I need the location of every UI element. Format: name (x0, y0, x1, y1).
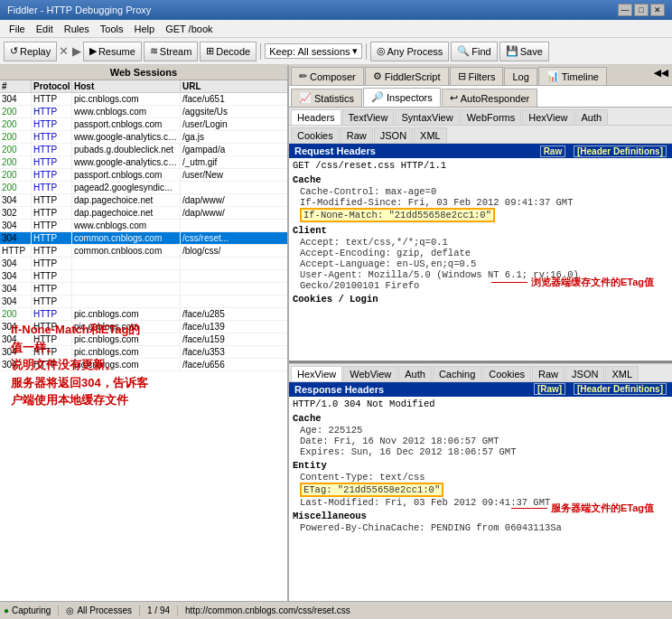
status-sep-1 (58, 605, 59, 616)
sub-tab-row-request: Headers TextView SyntaxView WebForms Hex… (289, 108, 672, 126)
sub-tab-headers[interactable]: Headers (291, 109, 341, 125)
table-row[interactable]: 304 HTTP pic.cnblogs.com /face/u159 (0, 333, 287, 346)
menu-tools[interactable]: Tools (95, 22, 129, 36)
transformer-tab-caching[interactable]: Caching (433, 366, 481, 381)
header-def-link[interactable]: [Header Definitions] (574, 145, 667, 157)
protocol-value: HTTP (33, 220, 57, 230)
tab-log[interactable]: Log (504, 68, 537, 85)
url-cell: /aggsite/Us (181, 106, 287, 117)
table-row[interactable]: 200 HTTP pagead2.googlesyndic... (0, 182, 287, 194)
menu-get-book[interactable]: GET /book (160, 22, 218, 36)
menu-help[interactable]: Help (129, 22, 161, 36)
sub-tab-json[interactable]: JSON (374, 127, 413, 143)
table-row[interactable]: 304 HTTP (0, 258, 287, 270)
transformer-tab-hexview[interactable]: HexView (291, 366, 342, 381)
host-cell: www.cnblogs.com (72, 106, 181, 117)
response-header-def-link[interactable]: [Header Definitions] (574, 383, 667, 395)
host-cell: passport.cnblogs.com (72, 118, 181, 130)
x-button[interactable]: ✕ ▶ (59, 44, 81, 58)
table-row[interactable]: 304 HTTP (0, 295, 287, 308)
collapse-button[interactable]: ◀◀ (654, 68, 668, 78)
tab-fiddlerscript[interactable]: ⚙ FiddlerScript (365, 67, 449, 85)
table-row[interactable]: 304 HTTP common.cnblogs.com /css/reset..… (0, 232, 287, 245)
stream-label: Stream (160, 46, 191, 57)
table-row[interactable]: 200 HTTP pic.cnblogs.com /face/u285 (0, 308, 287, 321)
page-count-status: 1 / 94 (147, 605, 170, 615)
menu-edit[interactable]: Edit (31, 22, 59, 36)
sub-tab-hexview[interactable]: HexView (522, 109, 574, 125)
maximize-button[interactable]: □ (634, 4, 649, 16)
transformer-tab-json[interactable]: JSON (565, 366, 604, 381)
table-row[interactable]: 304 HTTP pic.cnblogs.com /face/u656 (0, 359, 287, 371)
protocol-cell: HTTP (32, 359, 72, 370)
table-row[interactable]: 304 HTTP www.cnblogs.com (0, 220, 287, 232)
sub-tab-raw[interactable]: Raw (341, 127, 373, 143)
accept-line: Accept: text/css,*/*;q=0.1 (293, 237, 668, 248)
sub-tab-textview[interactable]: TextView (342, 109, 395, 125)
host-cell: www.cnblogs.com (72, 220, 181, 231)
etag-line: ETag: "21dd55658e2cc1:0" (293, 483, 668, 497)
menu-rules[interactable]: Rules (59, 22, 95, 36)
table-row[interactable]: 304 HTTP pic.cnblogs.com /face/u651 (0, 93, 287, 106)
protocol-cell: HTTP (32, 333, 72, 345)
decode-button[interactable]: ⊞ Decode (200, 42, 257, 61)
sub-tab-auth[interactable]: Auth (575, 109, 609, 125)
table-row[interactable]: 302 HTTP dap.pagechoice.net /dap/www/ (0, 207, 287, 220)
any-process-button[interactable]: ◎ Any Process (370, 42, 450, 61)
transformer-tab-auth[interactable]: Auth (398, 366, 432, 381)
transformer-tab-cookies[interactable]: Cookies (482, 366, 531, 381)
save-button[interactable]: 💾 Save (499, 42, 549, 61)
table-row[interactable]: 304 HTTP pic.cnblogs.com /face/u139 (0, 321, 287, 333)
host-cell: pic.cnblogs.com (72, 359, 181, 370)
keep-sessions-dropdown[interactable]: Keep: All sessions ▾ (265, 43, 361, 59)
table-row[interactable]: HTTP HTTP common.cnbloos.com /blog/css/ (0, 245, 287, 258)
user-agent-line: User-Agent: Mozilla/5.0 (Windows NT 6.1;… (293, 269, 668, 291)
menu-file[interactable]: File (4, 22, 31, 36)
tab-inspectors[interactable]: 🔎 Inspectors (363, 88, 441, 107)
raw-link[interactable]: Raw (540, 145, 566, 157)
table-row[interactable]: 200 HTTP www.google-analytics.com /_utm.… (0, 156, 287, 169)
replay-button[interactable]: ↺ Replay (4, 42, 57, 61)
table-row[interactable]: 304 HTTP (0, 283, 287, 295)
table-row[interactable]: 304 HTTP dap.pagechoice.net /dap/www/ (0, 194, 287, 207)
result-cell: 304 (0, 333, 32, 345)
protocol-cell: HTTP (32, 182, 72, 193)
response-raw-link[interactable]: [Raw] (534, 383, 565, 395)
minimize-button[interactable]: — (618, 4, 632, 16)
table-row[interactable]: 200 HTTP passport.cnblogs.com /user/New (0, 169, 287, 182)
transformer-tab-xml[interactable]: XML (605, 366, 639, 381)
protocol-cell: HTTP (32, 194, 72, 206)
protocol-value: HTTP (33, 170, 57, 180)
transformer-tab-webview[interactable]: WebView (343, 366, 397, 381)
find-button[interactable]: 🔍 Find (451, 42, 497, 61)
result-cell: 304 (0, 232, 32, 244)
tab-composer[interactable]: ✏ Composer (291, 67, 364, 85)
stream-button[interactable]: ≋ Stream (144, 42, 198, 61)
host-cell: www.google-analytics.com (72, 131, 181, 143)
table-row[interactable]: 304 HTTP (0, 270, 287, 283)
result-cell: 200 (0, 106, 32, 117)
sub-tab-webforms[interactable]: WebForms (461, 109, 522, 125)
table-row[interactable]: 200 HTTP passport.cnblogs.com /user/Logi… (0, 118, 287, 131)
close-button[interactable]: ✕ (650, 4, 665, 16)
sub-tab-xml[interactable]: XML (414, 127, 447, 143)
transformer-tab-raw[interactable]: Raw (532, 366, 565, 381)
tab-timeline[interactable]: 📊 Timeline (538, 67, 607, 85)
table-row[interactable]: 200 HTTP www.cnblogs.com /aggsite/Us (0, 106, 287, 118)
table-row[interactable]: 200 HTTP pubads.g.doubleclick.net /gampa… (0, 144, 287, 156)
resume-button[interactable]: ▶ Resume (83, 42, 142, 61)
result-cell: 304 (0, 220, 32, 231)
web-sessions-title: Web Sessions (110, 67, 177, 78)
result-cell: 304 (0, 359, 32, 370)
title-bar: Fiddler - HTTP Debugging Proxy — □ ✕ (0, 0, 672, 20)
protocol-value: HTTP (33, 258, 57, 268)
web-sessions-header: Web Sessions ◀◀ (0, 65, 287, 80)
table-row[interactable]: 304 HTTP pic.cnblogs.com /face/u353 (0, 346, 287, 359)
sub-tab-cookies[interactable]: Cookies (291, 127, 340, 143)
tab-filters[interactable]: ⊟ Filters (450, 67, 504, 85)
tab-statistics[interactable]: 📈 Statistics (291, 89, 362, 107)
tab-autoresponder[interactable]: ↩ AutoResponder (442, 89, 537, 107)
sub-tab-syntaxview[interactable]: SyntaxView (395, 109, 459, 125)
host-cell: common.cnbloos.com (72, 245, 181, 257)
table-row[interactable]: 200 HTTP www.google-analytics.com /ga.js (0, 131, 287, 144)
